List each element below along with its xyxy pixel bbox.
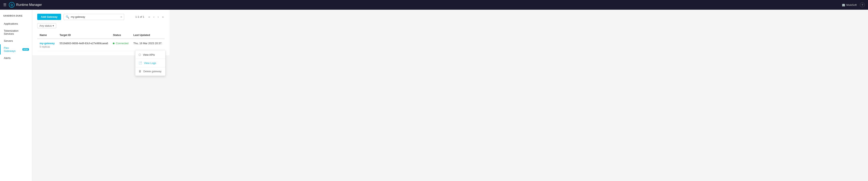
delete-gateway-icon: 🗑 [138, 70, 142, 73]
gateway-status-cell: Connected [111, 39, 131, 51]
topnav-left: ☰ Q Runtime Manager [3, 2, 42, 8]
main-layout: SANDBOX-DUKE Applications Tokenization S… [0, 10, 868, 181]
sidebar-item-applications[interactable]: Applications [0, 20, 32, 27]
table-header: Name Target ID Status Last Updated [37, 32, 165, 39]
pagination: 1-1 of 1 « ‹ › » [135, 15, 165, 19]
mulesoft-label: 🏢 MuleSoft [842, 3, 857, 6]
toolbar: Add Gateway 🔍 × 1-1 of 1 « ‹ › » [37, 14, 165, 20]
gateway-name-cell: my-gateway 5 replicas [37, 39, 57, 51]
view-apis-icon: ⬡ [138, 53, 141, 56]
status-connected: Connected [113, 42, 128, 45]
main-content-wrapper: Add Gateway 🔍 × 1-1 of 1 « ‹ › » [32, 10, 169, 181]
view-apis-label: View APIs [143, 53, 155, 56]
table-body: my-gateway 5 replicas 5519d663-9608-4e8f… [37, 39, 165, 51]
col-name: Name [37, 32, 57, 39]
pagination-first-button[interactable]: « [148, 15, 151, 19]
col-last-updated: Last Updated [131, 32, 164, 39]
chevron-down-icon: ▾ [53, 24, 54, 27]
context-divider-2 [135, 67, 165, 67]
pagination-next-button[interactable]: › [157, 15, 159, 19]
sidebar-item-label-alerts: Alerts [4, 57, 10, 60]
sidebar: SANDBOX-DUKE Applications Tokenization S… [0, 10, 32, 181]
clear-search-icon[interactable]: × [120, 15, 122, 19]
delete-gateway-label: Delete gateway [144, 70, 162, 73]
pagination-last-button[interactable]: » [161, 15, 165, 19]
status-filter-label: Any status [39, 24, 52, 27]
sidebar-item-label-flex-gateways: Flex Gateways [4, 46, 21, 52]
context-delete-gateway[interactable]: 🗑 Delete gateway [135, 68, 165, 74]
pagination-info: 1-1 of 1 [135, 15, 144, 19]
gateway-last-updated: Thu, 16 Mar 2023 20:37: [131, 39, 164, 51]
sidebar-item-alerts[interactable]: Alerts [0, 55, 32, 62]
status-dot-icon [113, 43, 115, 44]
sidebar-item-label-applications: Applications [4, 22, 18, 25]
col-status: Status [111, 32, 131, 39]
new-badge: NEW [23, 48, 29, 51]
hamburger-menu-icon[interactable]: ☰ [3, 3, 6, 7]
view-logs-label: View Logs [144, 62, 156, 65]
toolbar-left: Add Gateway 🔍 × [37, 14, 124, 20]
context-view-logs[interactable]: 📄 View Logs [135, 60, 165, 66]
add-gateway-button[interactable]: Add Gateway [37, 14, 61, 20]
sidebar-item-label-servers: Servers [4, 39, 13, 42]
status-label: Connected [116, 42, 128, 45]
top-navigation: ☰ Q Runtime Manager 🏢 MuleSoft ? [0, 0, 868, 10]
search-input[interactable] [71, 15, 120, 19]
mulesoft-icon: 🏢 [842, 3, 845, 6]
table-row: my-gateway 5 replicas 5519d663-9608-4e8f… [37, 39, 165, 51]
context-view-apis[interactable]: ⬡ View APIs [135, 51, 165, 58]
topnav-right: 🏢 MuleSoft ? [842, 2, 865, 7]
environment-label: SANDBOX-DUKE [0, 13, 32, 20]
gateways-table: Name Target ID Status Last Updated my-ga… [37, 32, 165, 51]
main-content: Add Gateway 🔍 × 1-1 of 1 « ‹ › » [32, 10, 169, 55]
logo-icon: Q [9, 2, 14, 8]
sidebar-item-flex-gateways[interactable]: Flex Gateways NEW [0, 44, 32, 55]
sidebar-item-tokenization[interactable]: Tokenization Services [0, 27, 32, 37]
filter-row: Any status ▾ [37, 23, 165, 28]
mulesoft-text: MuleSoft [846, 3, 857, 6]
gateway-target-id: 5519d663-9608-4e8f-83cf-e27e989caea6 [57, 39, 111, 51]
context-menu: ⬡ View APIs 📄 View Logs 🗑 Delete gateway [135, 50, 165, 76]
view-logs-icon: 📄 [138, 61, 142, 65]
help-button[interactable]: ? [860, 2, 865, 7]
search-icon: 🔍 [66, 15, 69, 19]
sidebar-item-servers[interactable]: Servers [0, 37, 32, 44]
app-logo: Q Runtime Manager [9, 2, 42, 8]
search-box: 🔍 × [64, 14, 124, 20]
col-target-id: Target ID [57, 32, 111, 39]
app-title: Runtime Manager [16, 3, 42, 7]
gateway-replicas: 5 replicas [40, 45, 55, 48]
gateway-name-link[interactable]: my-gateway [40, 42, 55, 45]
pagination-prev-button[interactable]: ‹ [153, 15, 155, 19]
status-filter-dropdown[interactable]: Any status ▾ [37, 23, 56, 28]
sidebar-item-label-tokenization: Tokenization Services [4, 29, 29, 35]
